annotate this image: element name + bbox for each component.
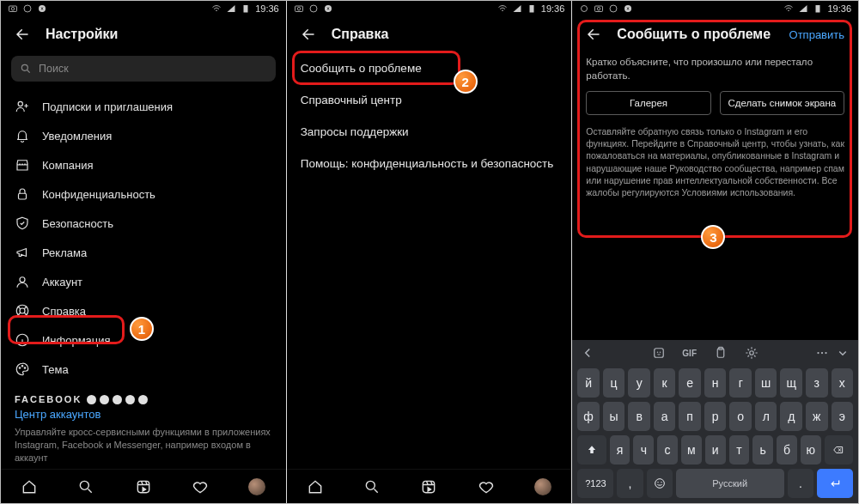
nav-home[interactable] [306, 477, 325, 496]
svg-point-41 [661, 482, 661, 483]
collapse-icon[interactable] [835, 345, 850, 361]
camera-icon [594, 3, 604, 14]
svg-point-39 [655, 479, 664, 489]
nav-likes[interactable] [191, 477, 210, 496]
svg-point-28 [624, 5, 631, 12]
key[interactable]: р [704, 402, 727, 431]
key[interactable]: ф [577, 402, 600, 431]
more-icon[interactable] [814, 345, 830, 361]
item-theme[interactable]: Тема [1, 355, 286, 384]
nav-likes[interactable] [477, 477, 496, 496]
item-label: Информация [42, 334, 111, 347]
key[interactable]: л [755, 402, 777, 431]
battery-icon [241, 3, 251, 14]
key[interactable]: ь [752, 435, 773, 465]
accounts-center-link[interactable]: Центр аккаунтов [15, 404, 272, 426]
key[interactable]: й [577, 368, 600, 398]
bell-icon [15, 128, 30, 143]
key[interactable]: у [628, 368, 650, 398]
key[interactable]: д [780, 402, 802, 431]
nav-profile[interactable] [533, 477, 552, 496]
key[interactable]: ш [755, 368, 777, 398]
key[interactable]: м [681, 435, 702, 465]
nav-search[interactable] [362, 477, 381, 496]
key[interactable]: ц [603, 368, 625, 398]
step-badge-3: 3 [701, 225, 725, 249]
key[interactable]: х [832, 368, 854, 398]
emoji-key[interactable] [647, 469, 673, 498]
key[interactable]: п [679, 402, 701, 431]
nav-home[interactable] [20, 477, 39, 496]
key[interactable]: з [806, 368, 828, 398]
megaphone-icon [15, 245, 30, 260]
key[interactable]: щ [780, 368, 802, 398]
item-notifications[interactable]: Уведомления [1, 121, 286, 150]
key[interactable]: а [654, 402, 676, 431]
item-privacy[interactable]: Конфиденциальность [1, 179, 286, 209]
key[interactable]: ы [603, 402, 625, 431]
key[interactable]: н [704, 368, 727, 398]
key[interactable]: в [628, 402, 650, 431]
back-icon[interactable] [15, 27, 30, 42]
step-badge-2: 2 [454, 70, 478, 94]
clipboard-icon[interactable] [713, 345, 728, 361]
screenshot-button[interactable]: Сделать снимок экрана [720, 91, 844, 115]
bottom-nav [1, 469, 286, 503]
report-prompt[interactable]: Кратко объясните, что произошло или пере… [586, 56, 844, 91]
settings-list: Подписки и приглашения Уведомления Компа… [1, 90, 286, 470]
svg-point-26 [598, 8, 601, 11]
numbers-key[interactable]: ?123 [577, 469, 613, 498]
gif-icon[interactable]: GIF [682, 345, 698, 361]
key[interactable]: я [610, 435, 631, 465]
space-key[interactable]: Русский [676, 469, 784, 498]
chevron-left-icon[interactable] [580, 345, 595, 361]
send-button[interactable]: Отправить [789, 28, 844, 41]
key[interactable]: с [657, 435, 678, 465]
item-ads[interactable]: Реклама [1, 238, 286, 267]
key[interactable]: ж [806, 402, 828, 431]
key[interactable]: о [729, 402, 752, 431]
item-security[interactable]: Безопасность [1, 209, 286, 238]
svg-point-3 [39, 5, 46, 12]
nav-search[interactable] [76, 477, 95, 496]
account-icon [15, 274, 30, 289]
backspace-key[interactable] [825, 435, 853, 465]
key[interactable]: ю [801, 435, 821, 465]
key[interactable]: и [705, 435, 726, 465]
gear-icon[interactable] [744, 345, 759, 361]
item-follow-invite[interactable]: Подписки и приглашения [1, 92, 286, 121]
item-support-requests[interactable]: Запросы поддержки [287, 116, 572, 148]
key[interactable]: е [679, 368, 701, 398]
period-key[interactable]: . [788, 469, 813, 498]
nav-reels[interactable] [419, 477, 438, 496]
svg-point-12 [19, 367, 21, 369]
shift-key[interactable] [577, 435, 606, 465]
search-input[interactable]: Поиск [11, 56, 276, 82]
nav-reels[interactable] [134, 477, 153, 496]
item-privacy-security-help[interactable]: Помощь: конфиденциальность и безопасност… [287, 148, 572, 179]
key[interactable]: г [729, 368, 752, 398]
signal-icon [226, 3, 236, 14]
key[interactable]: э [832, 402, 854, 431]
sticker-icon[interactable] [651, 345, 667, 361]
item-account[interactable]: Аккаунт [1, 267, 286, 296]
svg-point-19 [310, 5, 317, 12]
enter-key[interactable] [817, 469, 853, 498]
item-report-problem[interactable]: Сообщить о проблеме [287, 52, 572, 84]
svg-point-1 [11, 8, 15, 11]
comma-key[interactable]: , [617, 469, 643, 498]
item-business[interactable]: Компания [1, 150, 286, 179]
back-icon[interactable] [586, 27, 601, 42]
key[interactable]: б [777, 435, 797, 465]
report-note: Оставляйте обратную связь только о Insta… [586, 125, 844, 198]
key[interactable]: к [654, 368, 676, 398]
soft-keyboard: GIF й ц у к е н г ш щ з х [572, 340, 858, 503]
key[interactable]: т [729, 435, 750, 465]
key[interactable]: ч [633, 435, 654, 465]
wifi-icon [783, 3, 794, 14]
item-label: Компания [42, 159, 94, 172]
back-icon[interactable] [301, 27, 316, 42]
item-help-center[interactable]: Справочный центр [287, 84, 572, 116]
nav-profile[interactable] [247, 477, 266, 496]
gallery-button[interactable]: Галерея [586, 91, 710, 115]
